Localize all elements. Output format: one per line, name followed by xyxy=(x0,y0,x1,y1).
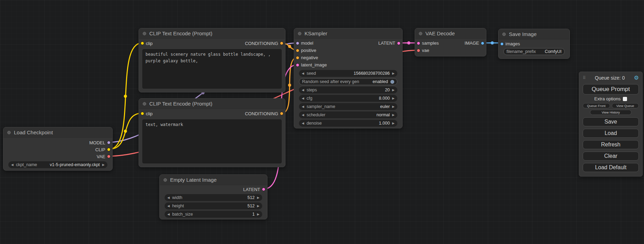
height-widget[interactable]: ◀ height 512 ▶ xyxy=(165,202,262,209)
input-slot-vae[interactable]: vae xyxy=(415,47,486,54)
node-load-checkpoint[interactable]: Load Checkpoint MODEL CLIP VAE ◀ ckpt_na… xyxy=(3,127,113,171)
seed-widget[interactable]: ◀ seed 156680208700286 ▶ xyxy=(299,70,397,77)
decrement-arrow-icon[interactable]: ◀ xyxy=(167,205,170,208)
node-title-bar[interactable]: CLIP Text Encode (Prompt) xyxy=(139,28,285,39)
refresh-button[interactable]: Refresh xyxy=(583,140,639,149)
cfg-widget[interactable]: ◀ cfg 8.000 ▶ xyxy=(299,95,397,102)
negative-input-dot[interactable] xyxy=(296,56,299,60)
input-slot-latent-image[interactable]: latent_image xyxy=(294,61,402,69)
increment-arrow-icon[interactable]: ▶ xyxy=(392,97,395,100)
extra-options-checkbox[interactable] xyxy=(623,97,627,101)
decrement-arrow-icon[interactable]: ◀ xyxy=(302,89,304,92)
output-slot-vae[interactable]: VAE xyxy=(3,153,112,160)
conditioning-output-dot[interactable] xyxy=(280,112,283,115)
node-collapse-dot-icon[interactable] xyxy=(7,131,11,134)
ckpt-name-widget[interactable]: ◀ ckpt_name v1-5-pruned-emaonly.ckpt ▶ xyxy=(8,161,107,168)
output-slot-clip[interactable]: CLIP xyxy=(3,146,112,153)
model-input-dot[interactable] xyxy=(296,42,299,45)
latent-output-dot[interactable] xyxy=(262,188,265,191)
increment-arrow-icon[interactable]: ▶ xyxy=(392,72,395,75)
view-history-button[interactable]: View History xyxy=(590,110,632,115)
increment-arrow-icon[interactable]: ▶ xyxy=(392,114,395,117)
scheduler-widget[interactable]: ◀ scheduler normal ▶ xyxy=(299,111,397,118)
node-clip-text-encode-positive[interactable]: CLIP Text Encode (Prompt) clip CONDITION… xyxy=(139,28,285,92)
node-collapse-dot-icon[interactable] xyxy=(164,178,167,182)
decrement-arrow-icon[interactable]: ◀ xyxy=(302,97,304,100)
queue-panel[interactable]: ⠿ Queue size: 0 ⚙ Queue Prompt Extra opt… xyxy=(579,72,643,177)
queue-prompt-button[interactable]: Queue Prompt xyxy=(583,84,639,94)
clip-input-dot[interactable] xyxy=(141,112,144,115)
decrement-arrow-icon[interactable]: ◀ xyxy=(302,122,304,125)
latent-image-input-dot[interactable] xyxy=(296,63,299,67)
increment-arrow-icon[interactable]: ▶ xyxy=(257,196,259,199)
load-default-button[interactable]: Load Default xyxy=(583,163,639,172)
sampler-name-widget[interactable]: ◀ sampler_name euler ▶ xyxy=(299,103,397,110)
node-collapse-dot-icon[interactable] xyxy=(143,32,146,35)
node-collapse-dot-icon[interactable] xyxy=(502,33,506,36)
samples-input-dot[interactable] xyxy=(417,42,420,45)
node-save-image[interactable]: Save Image images filename_prefix ComfyU… xyxy=(498,29,570,59)
node-clip-text-encode-negative[interactable]: CLIP Text Encode (Prompt) clip CONDITION… xyxy=(139,98,285,167)
filename-prefix-widget[interactable]: filename_prefix ComfyUI xyxy=(503,48,565,55)
width-widget[interactable]: ◀ width 512 ▶ xyxy=(165,194,262,201)
input-slot-positive[interactable]: positive xyxy=(294,47,402,54)
decrement-arrow-icon[interactable]: ◀ xyxy=(302,72,304,75)
increment-arrow-icon[interactable]: ▶ xyxy=(257,205,259,208)
increment-arrow-icon[interactable]: ▶ xyxy=(392,122,395,125)
conditioning-output-dot[interactable] xyxy=(280,42,283,45)
node-collapse-dot-icon[interactable] xyxy=(419,32,422,35)
model-output-dot[interactable] xyxy=(107,141,111,144)
positive-prompt-text-area[interactable]: beautiful scenery nature glass bottle la… xyxy=(142,49,282,89)
node-empty-latent-image[interactable]: Empty Latent Image LATENT ◀ width 512 ▶ … xyxy=(159,174,267,219)
load-button[interactable]: Load xyxy=(583,129,639,138)
random-seed-toggle-icon[interactable] xyxy=(390,80,394,84)
settings-gear-icon[interactable]: ⚙ xyxy=(634,75,639,81)
batch-size-widget[interactable]: ◀ batch_size 1 ▶ xyxy=(165,211,262,218)
clip-output-dot[interactable] xyxy=(107,148,111,151)
positive-input-dot[interactable] xyxy=(296,49,299,52)
node-vae-decode[interactable]: VAE Decode samples IMAGE vae xyxy=(415,28,486,56)
clear-button[interactable]: Clear xyxy=(583,152,639,161)
slot-label-latent: LATENT xyxy=(243,187,260,192)
decrement-arrow-icon[interactable]: ◀ xyxy=(302,114,304,117)
widget-value: 1 xyxy=(252,212,255,217)
output-slot-latent[interactable]: LATENT xyxy=(160,185,267,193)
decrement-arrow-icon[interactable]: ◀ xyxy=(302,105,304,108)
denoise-widget[interactable]: ◀ denoise 1.000 ▶ xyxy=(299,120,397,127)
widget-label: sampler_name xyxy=(307,104,335,109)
output-slot-model[interactable]: MODEL xyxy=(3,139,112,146)
decrement-arrow-icon[interactable]: ◀ xyxy=(167,213,170,216)
node-title-bar[interactable]: KSampler xyxy=(294,28,402,39)
increment-arrow-icon[interactable]: ▶ xyxy=(102,163,105,166)
increment-arrow-icon[interactable]: ▶ xyxy=(392,89,395,92)
vae-output-dot[interactable] xyxy=(107,155,111,158)
node-title-bar[interactable]: CLIP Text Encode (Prompt) xyxy=(139,99,285,109)
input-slot-negative[interactable]: negative xyxy=(294,54,402,61)
view-queue-button[interactable]: View Queue xyxy=(612,103,639,108)
latent-output-dot[interactable] xyxy=(397,42,400,45)
images-input-dot[interactable] xyxy=(500,42,504,46)
queue-front-button[interactable]: Queue Front xyxy=(583,103,610,108)
increment-arrow-icon[interactable]: ▶ xyxy=(392,105,395,108)
node-collapse-dot-icon[interactable] xyxy=(298,32,301,35)
node-title-bar[interactable]: Save Image xyxy=(499,29,570,39)
node-collapse-dot-icon[interactable] xyxy=(143,102,146,106)
increment-arrow-icon[interactable]: ▶ xyxy=(257,213,259,216)
steps-widget[interactable]: ◀ steps 20 ▶ xyxy=(299,87,397,93)
comfyui-workspace[interactable]: { "colors": { "model": "#B39DDB", "clip"… xyxy=(0,0,644,244)
vae-input-dot[interactable] xyxy=(417,49,420,52)
node-title-bar[interactable]: Load Checkpoint xyxy=(3,127,112,138)
node-title-bar[interactable]: Empty Latent Image xyxy=(160,175,267,185)
random-seed-widget[interactable]: Random seed after every gen enabled xyxy=(299,78,397,85)
negative-prompt-text-area[interactable]: text, watermark xyxy=(142,119,282,163)
decrement-arrow-icon[interactable]: ◀ xyxy=(11,163,14,166)
node-title-bar[interactable]: VAE Decode xyxy=(415,28,486,39)
node-ksampler[interactable]: KSampler model LATENT positive negative … xyxy=(294,28,403,128)
slot-label-latent: LATENT xyxy=(378,40,395,46)
image-output-dot[interactable] xyxy=(481,42,484,45)
save-button[interactable]: Save xyxy=(583,117,639,126)
drag-handle-icon[interactable]: ⠿ xyxy=(583,75,586,80)
decrement-arrow-icon[interactable]: ◀ xyxy=(167,196,170,199)
input-slot-images[interactable]: images xyxy=(499,40,570,47)
clip-input-dot[interactable] xyxy=(141,42,144,45)
